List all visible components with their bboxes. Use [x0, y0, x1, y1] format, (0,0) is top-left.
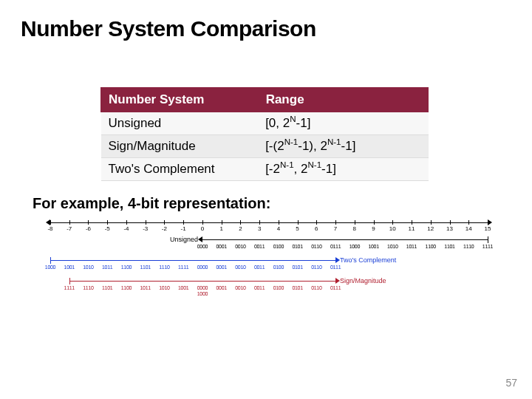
band-title: Sign/Magnitude	[340, 277, 386, 284]
table-row: Unsigned [0, 2N-1]	[101, 112, 429, 135]
axis-tick-label: 4	[277, 225, 280, 232]
band-bit-label: 0111	[330, 244, 341, 249]
band-bit-label: 0100	[273, 285, 284, 290]
axis-tick	[468, 220, 469, 225]
band-bit-label: 1011	[406, 244, 417, 249]
band-bit-label: 0011	[254, 265, 265, 270]
axis-tick-label: -1	[181, 225, 186, 232]
axis-tick-label: 0	[201, 225, 204, 232]
band-bit-label: 1000	[349, 244, 360, 249]
axis-tick	[355, 220, 355, 225]
axis-tick-label: 6	[315, 225, 318, 232]
band-bit-label: 0010	[235, 265, 245, 270]
axis-tick	[412, 220, 412, 225]
axis-tick-label: 2	[239, 225, 242, 232]
axis-tick-label: 9	[372, 225, 375, 232]
axis-tick	[183, 220, 184, 225]
band-bit-label: 1010	[387, 244, 398, 249]
band-bit-label: 0101	[292, 244, 302, 249]
system-name: Unsigned	[101, 112, 259, 135]
table-header-system: Number System	[101, 88, 259, 112]
band-bit-label: 0101	[292, 265, 302, 270]
band-bit-label: 1010	[159, 285, 169, 290]
axis-tick	[279, 220, 279, 225]
system-range: [0, 2N-1]	[258, 112, 428, 135]
axis-line	[50, 222, 488, 223]
number-line-diagram: -8-7-6-5-4-3-2-10123456789101112131415 0…	[50, 220, 488, 290]
band-bit-label: 0100	[273, 265, 284, 270]
axis-tick-label: -6	[86, 225, 91, 232]
band-bit-label: 0001	[216, 285, 226, 290]
band-bit-label: 1100	[121, 265, 132, 270]
band-endcap	[69, 278, 70, 284]
axis-tick	[50, 220, 51, 225]
band-sign-magnitude: 1111111011011100101110101001000010000001…	[50, 276, 488, 287]
axis-tick-label: -8	[47, 225, 52, 232]
band-endcap	[50, 257, 51, 264]
axis-tick-label: 5	[296, 225, 299, 232]
band-bit-label: 1100	[121, 285, 132, 290]
band-bit-label: 0110	[311, 285, 321, 290]
axis-tick-label: 11	[409, 225, 415, 232]
arrow-left-icon	[198, 236, 202, 242]
axis-tick-label: 3	[258, 225, 261, 232]
axis-tick-label: -7	[66, 225, 72, 232]
axis-tick	[222, 220, 222, 225]
band-line	[69, 281, 335, 282]
axis-tick	[202, 220, 203, 225]
band-bit-label: 1101	[102, 285, 112, 290]
axis-tick	[107, 220, 108, 225]
comparison-table: Number System Range Unsigned [0, 2N-1] S…	[100, 87, 429, 181]
band-bit-label: 0110	[311, 244, 321, 249]
band-bit-label: 1011	[102, 265, 112, 270]
band-unsigned: 0000000100100011010001010110011110001001…	[50, 235, 488, 245]
band-bit-label: 0010	[235, 285, 245, 290]
axis-tick	[374, 220, 375, 225]
band-bit-label: 1001	[178, 285, 188, 290]
axis-tick	[392, 220, 393, 225]
band-bit-label: 1111	[482, 244, 493, 249]
page-number: 57	[505, 377, 517, 389]
band-bit-label: 0000	[197, 265, 208, 270]
axis-tick-label: -3	[143, 225, 148, 232]
band-bit-label: 1110	[463, 244, 474, 249]
axis-tick-label: -4	[123, 225, 129, 232]
system-range: [-2N-1, 2N-1-1]	[258, 158, 428, 181]
axis-tick	[298, 220, 299, 225]
band-bit-label: 0000	[197, 285, 208, 290]
number-line-axis: -8-7-6-5-4-3-2-10123456789101112131415	[50, 220, 488, 233]
system-name: Two's Complement	[101, 158, 259, 181]
axis-tick	[69, 220, 70, 225]
band-bit-label: 0100	[273, 244, 284, 249]
axis-tick	[450, 220, 451, 225]
axis-tick-label: 13	[446, 225, 453, 232]
band-bit-label: 0011	[254, 244, 265, 249]
axis-tick	[488, 220, 488, 225]
table-header-range: Range	[258, 88, 428, 112]
band-line	[50, 260, 335, 261]
band-bit-label: 0111	[330, 265, 341, 270]
axis-tick-label: 10	[389, 225, 396, 232]
axis-tick	[316, 220, 317, 225]
axis-tick	[259, 220, 260, 225]
axis-tick	[126, 220, 127, 225]
band-bit-label: 0011	[254, 285, 265, 290]
axis-tick-label: 1	[219, 225, 222, 232]
table-row: Two's Complement [-2N-1, 2N-1-1]	[101, 158, 429, 181]
axis-tick	[146, 220, 146, 225]
band-bit-label: 0101	[292, 285, 302, 290]
band-bit-label: 1100	[426, 244, 436, 249]
axis-tick-label: 15	[485, 225, 491, 232]
system-name: Sign/Magnitude	[101, 135, 259, 158]
band-bit-label: 0110	[311, 265, 321, 270]
band-bit-label: 1111	[64, 285, 75, 290]
slide-title: Number System Comparison	[21, 16, 316, 41]
table-row: Sign/Magnitude [-(2N-1-1), 2N-1-1]	[101, 135, 429, 158]
band-bit-label: 1010	[83, 265, 93, 270]
band-bit-label: 1001	[64, 265, 75, 270]
axis-tick	[431, 220, 432, 225]
band-bit-label: 0010	[235, 244, 245, 249]
band-bit-label: 0001	[216, 244, 226, 249]
axis-tick	[240, 220, 241, 225]
band-bit-label: 1101	[444, 244, 454, 249]
